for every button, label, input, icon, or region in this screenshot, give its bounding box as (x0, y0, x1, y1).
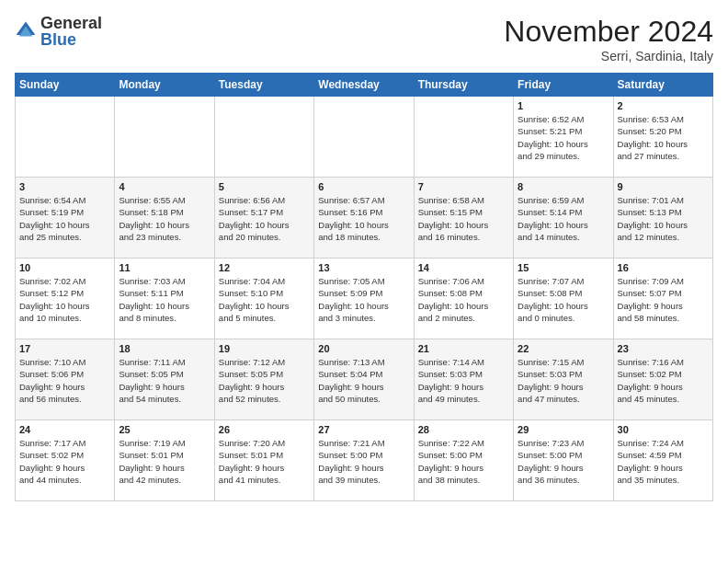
day-number: 27 (318, 424, 409, 435)
day-number: 22 (518, 343, 609, 354)
day-info: Sunrise: 6:57 AMSunset: 5:16 PMDaylight:… (318, 194, 409, 243)
calendar-cell: 11Sunrise: 7:03 AMSunset: 5:11 PMDayligh… (115, 259, 214, 339)
header: General Blue November 2024 Serri, Sardin… (15, 15, 713, 63)
calendar-cell: 2Sunrise: 6:53 AMSunset: 5:20 PMDaylight… (613, 97, 712, 178)
day-info: Sunrise: 6:58 AMSunset: 5:15 PMDaylight:… (418, 194, 509, 243)
month-title: November 2024 (504, 15, 713, 49)
calendar-cell: 15Sunrise: 7:07 AMSunset: 5:08 PMDayligh… (514, 259, 613, 339)
calendar-cell: 7Sunrise: 6:58 AMSunset: 5:15 PMDaylight… (414, 178, 513, 259)
day-info: Sunrise: 7:13 AMSunset: 5:04 PMDaylight:… (318, 356, 409, 405)
day-number: 4 (119, 181, 210, 192)
logo-icon (15, 20, 37, 42)
day-number: 2 (618, 100, 709, 111)
calendar-cell: 4Sunrise: 6:55 AMSunset: 5:18 PMDaylight… (115, 178, 214, 259)
calendar: SundayMondayTuesdayWednesdayThursdayFrid… (15, 73, 713, 501)
calendar-cell: 18Sunrise: 7:11 AMSunset: 5:05 PMDayligh… (115, 339, 214, 420)
calendar-week-row: 3Sunrise: 6:54 AMSunset: 5:19 PMDaylight… (16, 178, 713, 259)
calendar-cell: 23Sunrise: 7:16 AMSunset: 5:02 PMDayligh… (613, 339, 712, 420)
day-info: Sunrise: 7:02 AMSunset: 5:12 PMDaylight:… (19, 275, 110, 324)
calendar-cell: 16Sunrise: 7:09 AMSunset: 5:07 PMDayligh… (613, 259, 712, 339)
calendar-cell: 26Sunrise: 7:20 AMSunset: 5:01 PMDayligh… (214, 420, 313, 501)
day-info: Sunrise: 7:06 AMSunset: 5:08 PMDaylight:… (418, 275, 509, 324)
day-number: 3 (19, 181, 110, 192)
logo-general-text: General (40, 15, 102, 31)
calendar-cell: 12Sunrise: 7:04 AMSunset: 5:10 PMDayligh… (214, 259, 313, 339)
calendar-header-tuesday: Tuesday (214, 74, 313, 97)
day-number: 11 (119, 262, 210, 273)
day-info: Sunrise: 7:15 AMSunset: 5:03 PMDaylight:… (518, 356, 609, 405)
calendar-cell: 30Sunrise: 7:24 AMSunset: 4:59 PMDayligh… (613, 420, 712, 501)
day-number: 24 (19, 424, 110, 435)
day-info: Sunrise: 7:03 AMSunset: 5:11 PMDaylight:… (119, 275, 210, 324)
day-info: Sunrise: 7:24 AMSunset: 4:59 PMDaylight:… (618, 437, 709, 486)
day-number: 28 (418, 424, 509, 435)
calendar-header-friday: Friday (514, 74, 613, 97)
calendar-header-row: SundayMondayTuesdayWednesdayThursdayFrid… (16, 74, 713, 97)
calendar-cell: 28Sunrise: 7:22 AMSunset: 5:00 PMDayligh… (414, 420, 513, 501)
calendar-cell: 14Sunrise: 7:06 AMSunset: 5:08 PMDayligh… (414, 259, 513, 339)
day-number: 16 (618, 262, 709, 273)
calendar-header-wednesday: Wednesday (314, 74, 414, 97)
day-number: 12 (219, 262, 310, 273)
title-area: November 2024 Serri, Sardinia, Italy (504, 15, 713, 63)
day-number: 8 (518, 181, 609, 192)
day-info: Sunrise: 6:59 AMSunset: 5:14 PMDaylight:… (518, 194, 609, 243)
day-info: Sunrise: 7:07 AMSunset: 5:08 PMDaylight:… (518, 275, 609, 324)
day-info: Sunrise: 6:55 AMSunset: 5:18 PMDaylight:… (119, 194, 210, 243)
day-info: Sunrise: 7:05 AMSunset: 5:09 PMDaylight:… (318, 275, 409, 324)
day-info: Sunrise: 7:20 AMSunset: 5:01 PMDaylight:… (219, 437, 310, 486)
calendar-cell: 9Sunrise: 7:01 AMSunset: 5:13 PMDaylight… (613, 178, 712, 259)
day-info: Sunrise: 7:16 AMSunset: 5:02 PMDaylight:… (618, 356, 709, 405)
calendar-week-row: 10Sunrise: 7:02 AMSunset: 5:12 PMDayligh… (16, 259, 713, 339)
day-info: Sunrise: 7:23 AMSunset: 5:00 PMDaylight:… (518, 437, 609, 486)
day-number: 10 (19, 262, 110, 273)
calendar-cell (314, 97, 414, 178)
day-number: 14 (418, 262, 509, 273)
day-number: 1 (518, 100, 609, 111)
day-number: 5 (219, 181, 310, 192)
day-info: Sunrise: 7:11 AMSunset: 5:05 PMDaylight:… (119, 356, 210, 405)
calendar-header-monday: Monday (115, 74, 214, 97)
logo-blue-text: Blue (40, 31, 102, 48)
calendar-week-row: 1Sunrise: 6:52 AMSunset: 5:21 PMDaylight… (16, 97, 713, 178)
day-number: 21 (418, 343, 509, 354)
calendar-cell: 13Sunrise: 7:05 AMSunset: 5:09 PMDayligh… (314, 259, 414, 339)
calendar-cell: 10Sunrise: 7:02 AMSunset: 5:12 PMDayligh… (16, 259, 115, 339)
day-info: Sunrise: 7:10 AMSunset: 5:06 PMDaylight:… (19, 356, 110, 405)
calendar-cell: 25Sunrise: 7:19 AMSunset: 5:01 PMDayligh… (115, 420, 214, 501)
day-number: 9 (618, 181, 709, 192)
calendar-week-row: 24Sunrise: 7:17 AMSunset: 5:02 PMDayligh… (16, 420, 713, 501)
calendar-cell: 8Sunrise: 6:59 AMSunset: 5:14 PMDaylight… (514, 178, 613, 259)
day-info: Sunrise: 7:17 AMSunset: 5:02 PMDaylight:… (19, 437, 110, 486)
day-info: Sunrise: 7:19 AMSunset: 5:01 PMDaylight:… (119, 437, 210, 486)
day-info: Sunrise: 7:04 AMSunset: 5:10 PMDaylight:… (219, 275, 310, 324)
day-info: Sunrise: 6:54 AMSunset: 5:19 PMDaylight:… (19, 194, 110, 243)
calendar-cell (414, 97, 513, 178)
day-number: 6 (318, 181, 409, 192)
calendar-cell (115, 97, 214, 178)
calendar-cell: 1Sunrise: 6:52 AMSunset: 5:21 PMDaylight… (514, 97, 613, 178)
day-info: Sunrise: 7:21 AMSunset: 5:00 PMDaylight:… (318, 437, 409, 486)
calendar-cell (16, 97, 115, 178)
calendar-cell: 27Sunrise: 7:21 AMSunset: 5:00 PMDayligh… (314, 420, 414, 501)
day-info: Sunrise: 7:22 AMSunset: 5:00 PMDaylight:… (418, 437, 509, 486)
day-number: 17 (19, 343, 110, 354)
day-info: Sunrise: 6:53 AMSunset: 5:20 PMDaylight:… (618, 113, 709, 162)
calendar-cell: 17Sunrise: 7:10 AMSunset: 5:06 PMDayligh… (16, 339, 115, 420)
calendar-cell: 19Sunrise: 7:12 AMSunset: 5:05 PMDayligh… (214, 339, 313, 420)
calendar-header-saturday: Saturday (613, 74, 712, 97)
day-number: 29 (518, 424, 609, 435)
day-number: 13 (318, 262, 409, 273)
day-number: 25 (119, 424, 210, 435)
calendar-cell: 24Sunrise: 7:17 AMSunset: 5:02 PMDayligh… (16, 420, 115, 501)
calendar-cell (214, 97, 313, 178)
calendar-cell: 22Sunrise: 7:15 AMSunset: 5:03 PMDayligh… (514, 339, 613, 420)
calendar-cell: 3Sunrise: 6:54 AMSunset: 5:19 PMDaylight… (16, 178, 115, 259)
calendar-cell: 21Sunrise: 7:14 AMSunset: 5:03 PMDayligh… (414, 339, 513, 420)
day-number: 26 (219, 424, 310, 435)
calendar-header-sunday: Sunday (16, 74, 115, 97)
day-number: 30 (618, 424, 709, 435)
day-number: 15 (518, 262, 609, 273)
calendar-cell: 5Sunrise: 6:56 AMSunset: 5:17 PMDaylight… (214, 178, 313, 259)
day-info: Sunrise: 7:09 AMSunset: 5:07 PMDaylight:… (618, 275, 709, 324)
